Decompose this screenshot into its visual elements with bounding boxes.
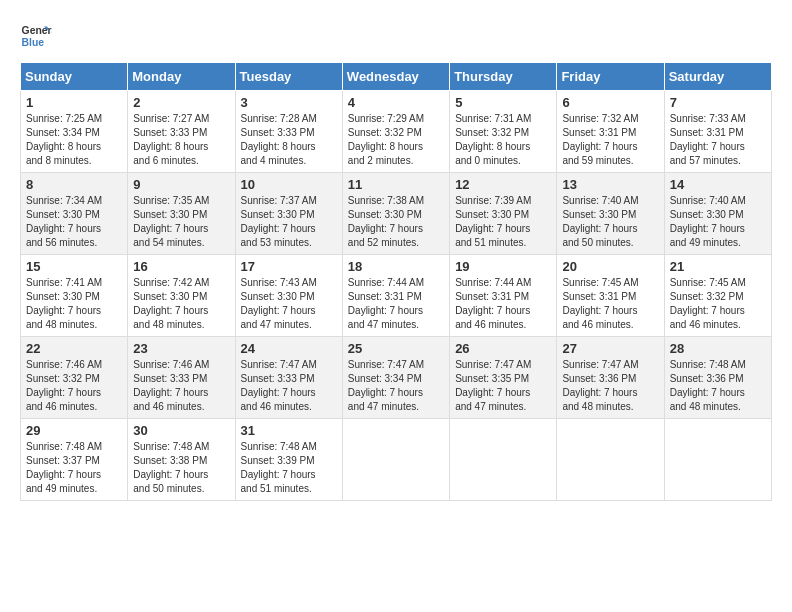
day-info: Sunrise: 7:32 AMSunset: 3:31 PMDaylight:… [562,112,658,168]
day-info: Sunrise: 7:27 AMSunset: 3:33 PMDaylight:… [133,112,229,168]
calendar-cell: 26Sunrise: 7:47 AMSunset: 3:35 PMDayligh… [450,337,557,419]
day-number: 15 [26,259,122,274]
calendar-cell: 19Sunrise: 7:44 AMSunset: 3:31 PMDayligh… [450,255,557,337]
weekday-header-sunday: Sunday [21,63,128,91]
day-number: 9 [133,177,229,192]
calendar-cell: 20Sunrise: 7:45 AMSunset: 3:31 PMDayligh… [557,255,664,337]
day-number: 21 [670,259,766,274]
calendar-week-1: 1Sunrise: 7:25 AMSunset: 3:34 PMDaylight… [21,91,772,173]
day-info: Sunrise: 7:48 AMSunset: 3:36 PMDaylight:… [670,358,766,414]
calendar-cell [342,419,449,501]
day-number: 7 [670,95,766,110]
logo: General Blue [20,20,52,52]
day-info: Sunrise: 7:39 AMSunset: 3:30 PMDaylight:… [455,194,551,250]
calendar-cell: 29Sunrise: 7:48 AMSunset: 3:37 PMDayligh… [21,419,128,501]
day-info: Sunrise: 7:34 AMSunset: 3:30 PMDaylight:… [26,194,122,250]
calendar-cell: 4Sunrise: 7:29 AMSunset: 3:32 PMDaylight… [342,91,449,173]
calendar-week-3: 15Sunrise: 7:41 AMSunset: 3:30 PMDayligh… [21,255,772,337]
day-info: Sunrise: 7:45 AMSunset: 3:31 PMDaylight:… [562,276,658,332]
calendar-cell: 13Sunrise: 7:40 AMSunset: 3:30 PMDayligh… [557,173,664,255]
weekday-header-saturday: Saturday [664,63,771,91]
calendar-cell: 16Sunrise: 7:42 AMSunset: 3:30 PMDayligh… [128,255,235,337]
day-number: 18 [348,259,444,274]
weekday-header-wednesday: Wednesday [342,63,449,91]
day-number: 1 [26,95,122,110]
day-info: Sunrise: 7:44 AMSunset: 3:31 PMDaylight:… [348,276,444,332]
day-number: 12 [455,177,551,192]
calendar-cell: 17Sunrise: 7:43 AMSunset: 3:30 PMDayligh… [235,255,342,337]
weekday-header-monday: Monday [128,63,235,91]
calendar-cell [664,419,771,501]
calendar-week-5: 29Sunrise: 7:48 AMSunset: 3:37 PMDayligh… [21,419,772,501]
weekday-header-friday: Friday [557,63,664,91]
day-info: Sunrise: 7:48 AMSunset: 3:37 PMDaylight:… [26,440,122,496]
day-info: Sunrise: 7:48 AMSunset: 3:39 PMDaylight:… [241,440,337,496]
day-number: 8 [26,177,122,192]
day-number: 14 [670,177,766,192]
day-number: 11 [348,177,444,192]
day-info: Sunrise: 7:48 AMSunset: 3:38 PMDaylight:… [133,440,229,496]
logo-icon: General Blue [20,20,52,52]
day-number: 17 [241,259,337,274]
day-info: Sunrise: 7:40 AMSunset: 3:30 PMDaylight:… [562,194,658,250]
day-number: 29 [26,423,122,438]
day-info: Sunrise: 7:47 AMSunset: 3:33 PMDaylight:… [241,358,337,414]
header: General Blue [20,20,772,52]
calendar-cell: 8Sunrise: 7:34 AMSunset: 3:30 PMDaylight… [21,173,128,255]
calendar-week-4: 22Sunrise: 7:46 AMSunset: 3:32 PMDayligh… [21,337,772,419]
day-info: Sunrise: 7:38 AMSunset: 3:30 PMDaylight:… [348,194,444,250]
day-number: 28 [670,341,766,356]
calendar-cell: 21Sunrise: 7:45 AMSunset: 3:32 PMDayligh… [664,255,771,337]
calendar-cell: 5Sunrise: 7:31 AMSunset: 3:32 PMDaylight… [450,91,557,173]
day-number: 23 [133,341,229,356]
calendar-week-2: 8Sunrise: 7:34 AMSunset: 3:30 PMDaylight… [21,173,772,255]
day-info: Sunrise: 7:41 AMSunset: 3:30 PMDaylight:… [26,276,122,332]
day-number: 19 [455,259,551,274]
calendar-header: SundayMondayTuesdayWednesdayThursdayFrid… [21,63,772,91]
day-info: Sunrise: 7:47 AMSunset: 3:35 PMDaylight:… [455,358,551,414]
day-info: Sunrise: 7:45 AMSunset: 3:32 PMDaylight:… [670,276,766,332]
day-info: Sunrise: 7:29 AMSunset: 3:32 PMDaylight:… [348,112,444,168]
day-number: 31 [241,423,337,438]
day-number: 30 [133,423,229,438]
day-number: 26 [455,341,551,356]
day-info: Sunrise: 7:33 AMSunset: 3:31 PMDaylight:… [670,112,766,168]
calendar-cell: 18Sunrise: 7:44 AMSunset: 3:31 PMDayligh… [342,255,449,337]
calendar-cell: 1Sunrise: 7:25 AMSunset: 3:34 PMDaylight… [21,91,128,173]
day-number: 27 [562,341,658,356]
day-info: Sunrise: 7:42 AMSunset: 3:30 PMDaylight:… [133,276,229,332]
day-number: 4 [348,95,444,110]
calendar-cell: 15Sunrise: 7:41 AMSunset: 3:30 PMDayligh… [21,255,128,337]
day-number: 13 [562,177,658,192]
day-info: Sunrise: 7:31 AMSunset: 3:32 PMDaylight:… [455,112,551,168]
weekday-header-tuesday: Tuesday [235,63,342,91]
day-number: 16 [133,259,229,274]
day-info: Sunrise: 7:46 AMSunset: 3:33 PMDaylight:… [133,358,229,414]
day-number: 5 [455,95,551,110]
svg-text:Blue: Blue [22,37,45,48]
calendar-cell: 23Sunrise: 7:46 AMSunset: 3:33 PMDayligh… [128,337,235,419]
calendar-cell: 25Sunrise: 7:47 AMSunset: 3:34 PMDayligh… [342,337,449,419]
day-number: 22 [26,341,122,356]
calendar-cell: 31Sunrise: 7:48 AMSunset: 3:39 PMDayligh… [235,419,342,501]
day-info: Sunrise: 7:35 AMSunset: 3:30 PMDaylight:… [133,194,229,250]
day-info: Sunrise: 7:40 AMSunset: 3:30 PMDaylight:… [670,194,766,250]
weekday-header-row: SundayMondayTuesdayWednesdayThursdayFrid… [21,63,772,91]
calendar-cell: 2Sunrise: 7:27 AMSunset: 3:33 PMDaylight… [128,91,235,173]
calendar-cell: 6Sunrise: 7:32 AMSunset: 3:31 PMDaylight… [557,91,664,173]
calendar-cell: 14Sunrise: 7:40 AMSunset: 3:30 PMDayligh… [664,173,771,255]
calendar-cell: 3Sunrise: 7:28 AMSunset: 3:33 PMDaylight… [235,91,342,173]
day-number: 3 [241,95,337,110]
calendar-cell: 10Sunrise: 7:37 AMSunset: 3:30 PMDayligh… [235,173,342,255]
calendar-cell [450,419,557,501]
calendar-body: 1Sunrise: 7:25 AMSunset: 3:34 PMDaylight… [21,91,772,501]
weekday-header-thursday: Thursday [450,63,557,91]
calendar-cell: 12Sunrise: 7:39 AMSunset: 3:30 PMDayligh… [450,173,557,255]
day-number: 20 [562,259,658,274]
calendar-cell: 30Sunrise: 7:48 AMSunset: 3:38 PMDayligh… [128,419,235,501]
day-info: Sunrise: 7:47 AMSunset: 3:36 PMDaylight:… [562,358,658,414]
day-info: Sunrise: 7:28 AMSunset: 3:33 PMDaylight:… [241,112,337,168]
calendar-cell: 27Sunrise: 7:47 AMSunset: 3:36 PMDayligh… [557,337,664,419]
calendar-table: SundayMondayTuesdayWednesdayThursdayFrid… [20,62,772,501]
day-number: 24 [241,341,337,356]
